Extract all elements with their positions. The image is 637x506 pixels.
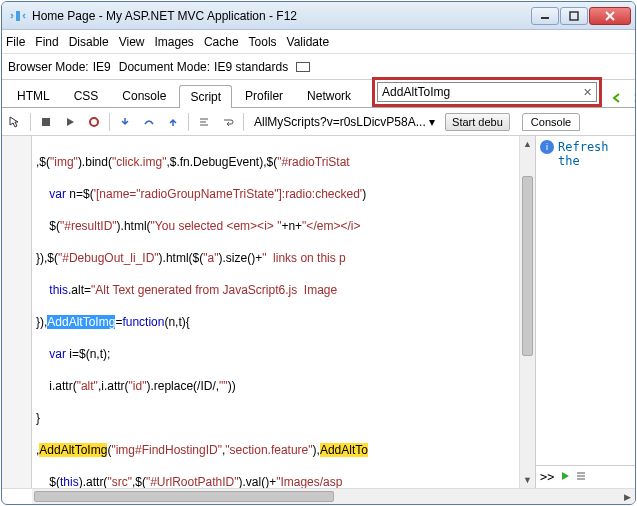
next-result-icon[interactable] — [628, 89, 636, 107]
format-icon[interactable] — [195, 113, 213, 131]
start-debugging-button[interactable]: Start debu — [445, 113, 510, 131]
console-panel-tab[interactable]: Console — [522, 113, 580, 131]
script-toolbar: AllMyScripts?v=r0sLDicvP58A... ▾ Start d… — [2, 108, 635, 136]
tab-console[interactable]: Console — [111, 84, 177, 107]
main-area: ,$("img").bind("click.img",$.fn.DebugEve… — [2, 136, 635, 488]
prev-result-icon[interactable] — [608, 89, 626, 107]
tab-script[interactable]: Script — [179, 85, 232, 108]
refresh-message: Refresh the — [558, 140, 631, 168]
tab-bar: HTML CSS Console Script Profiler Network… — [2, 80, 635, 108]
tab-network[interactable]: Network — [296, 84, 362, 107]
scroll-right-icon[interactable]: ▶ — [619, 489, 635, 504]
word-wrap-icon[interactable] — [219, 113, 237, 131]
search-hit: AddAltTo — [320, 443, 368, 457]
search-hit: AddAltToImg — [39, 443, 107, 457]
close-button[interactable] — [589, 7, 631, 25]
menu-images[interactable]: Images — [155, 35, 194, 49]
line-gutter — [2, 136, 32, 488]
tab-css[interactable]: CSS — [63, 84, 110, 107]
title-bar: Home Page - My ASP.NET MVC Application -… — [2, 2, 635, 30]
pin-icon[interactable] — [296, 62, 310, 72]
console-prompt[interactable]: >> — [540, 470, 554, 484]
info-icon: i — [540, 140, 554, 154]
hscroll-thumb[interactable] — [34, 491, 334, 502]
multiline-icon[interactable] — [576, 470, 586, 484]
svg-rect-5 — [42, 118, 50, 126]
step-out-icon[interactable] — [164, 113, 182, 131]
browser-mode-label: Browser Mode: — [8, 60, 89, 74]
search-box: ✕ — [377, 82, 597, 102]
maximize-button[interactable] — [560, 7, 588, 25]
app-icon — [10, 8, 26, 24]
script-selector[interactable]: AllMyScripts?v=r0sLDicvP58A... ▾ — [250, 115, 439, 129]
minimize-button[interactable] — [531, 7, 559, 25]
menu-bar: File Find Disable View Images Cache Tool… — [2, 30, 635, 54]
stop-icon[interactable] — [37, 113, 55, 131]
window: Home Page - My ASP.NET MVC Application -… — [1, 1, 636, 505]
step-into-icon[interactable] — [116, 113, 134, 131]
horizontal-scrollbar[interactable]: ◀ ▶ — [32, 489, 635, 504]
console-panel: i Refresh the >> — [535, 136, 635, 488]
svg-rect-0 — [16, 11, 20, 21]
search-highlight: ✕ — [372, 77, 602, 107]
scroll-thumb[interactable] — [522, 176, 533, 356]
clear-search-icon[interactable]: ✕ — [578, 83, 596, 101]
window-title: Home Page - My ASP.NET MVC Application -… — [30, 9, 531, 23]
svg-point-6 — [90, 118, 98, 126]
search-input[interactable] — [378, 85, 578, 99]
menu-validate[interactable]: Validate — [287, 35, 329, 49]
select-element-icon[interactable] — [6, 113, 24, 131]
document-mode-value[interactable]: IE9 standards — [214, 60, 288, 74]
search-hit-current: AddAltToImg — [47, 315, 115, 329]
bottom-scroll-row: ◀ ▶ — [2, 488, 635, 504]
document-mode-label: Document Mode: — [119, 60, 210, 74]
play-icon[interactable] — [61, 113, 79, 131]
code-editor[interactable]: ,$("img").bind("click.img",$.fn.DebugEve… — [32, 136, 519, 488]
svg-rect-2 — [570, 12, 578, 20]
menu-cache[interactable]: Cache — [204, 35, 239, 49]
break-icon[interactable] — [85, 113, 103, 131]
run-icon[interactable] — [560, 470, 570, 484]
menu-view[interactable]: View — [119, 35, 145, 49]
scroll-up-icon[interactable]: ▲ — [520, 136, 535, 152]
browser-mode-value[interactable]: IE9 — [93, 60, 111, 74]
menu-file[interactable]: File — [6, 35, 25, 49]
tab-profiler[interactable]: Profiler — [234, 84, 294, 107]
vertical-scrollbar[interactable]: ▲ ▼ — [519, 136, 535, 488]
menu-disable[interactable]: Disable — [69, 35, 109, 49]
scroll-down-icon[interactable]: ▼ — [520, 472, 535, 488]
menu-find[interactable]: Find — [35, 35, 58, 49]
step-over-icon[interactable] — [140, 113, 158, 131]
tab-html[interactable]: HTML — [6, 84, 61, 107]
menu-tools[interactable]: Tools — [249, 35, 277, 49]
